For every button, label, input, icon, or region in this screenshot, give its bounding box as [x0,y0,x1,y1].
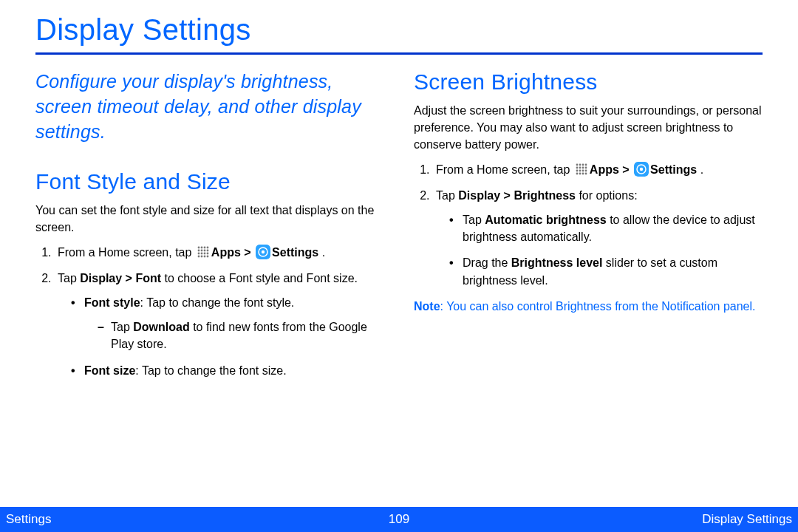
page-title: Display Settings [35,13,763,52]
text-bold: Font size [84,364,135,377]
svg-point-15 [206,255,208,257]
svg-point-3 [206,246,208,248]
font-bullets: Font style: Tap to change the font style… [58,294,384,379]
text: . [697,163,703,176]
text-bold: Display > Font [80,272,161,284]
font-bullet-style: Font style: Tap to change the font style… [71,294,384,353]
svg-point-21 [582,163,584,166]
svg-point-23 [576,166,578,168]
svg-point-0 [197,246,200,248]
svg-point-24 [579,166,581,168]
settings-label: Settings [650,163,697,176]
font-heading: Font Style and Size [35,169,384,194]
font-lead: You can set the font style and size for … [35,202,384,236]
text: Drag the [463,256,511,269]
brightness-bullets: Tap Automatic brightness to allow the de… [436,211,763,289]
text: From a Home screen, tap [436,163,573,176]
font-bullet-size: Font size: Tap to change the font size. [71,362,384,379]
svg-point-2 [203,246,205,248]
svg-point-1 [200,246,202,248]
footer-right: Display Settings [530,512,792,527]
svg-point-33 [582,172,584,174]
svg-point-34 [584,172,587,174]
font-step-2: Tap Display > Font to choose a Font styl… [55,270,384,379]
svg-point-20 [579,163,581,166]
text: . [318,246,325,259]
svg-point-27 [576,169,578,171]
svg-point-28 [579,169,581,171]
footer-left: Settings [6,512,268,527]
svg-point-8 [197,252,200,254]
svg-point-22 [584,163,587,166]
svg-point-29 [582,169,584,171]
brightness-lead: Adjust the screen brightness to suit you… [414,102,763,154]
svg-point-14 [203,255,205,257]
font-sub-bullets: Tap Download to find new fonts from the … [84,318,384,352]
svg-point-31 [576,172,578,174]
text: From a Home screen, tap [58,246,195,259]
right-column: Screen Brightness Adjust the screen brig… [414,69,763,388]
settings-icon [256,245,270,259]
text: to choose a Font style and Font size. [161,272,358,284]
text: Tap [111,321,133,333]
svg-point-32 [579,172,581,174]
text: Tap [436,189,458,202]
font-subbullet-download: Tap Download to find new fonts from the … [98,318,384,352]
brightness-bullet-auto: Tap Automatic brightness to allow the de… [449,211,763,245]
svg-point-26 [584,166,587,168]
left-column: Configure your display's brightness, scr… [35,69,384,388]
apps-icon [575,163,588,176]
brightness-step-1: From a Home screen, tap Apps > Settings … [433,161,763,178]
brightness-heading: Screen Brightness [414,69,763,95]
svg-point-19 [576,163,578,166]
text: Tap [463,214,485,226]
text-bold: Brightness level [511,256,603,269]
font-steps: From a Home screen, tap Apps > Settings … [35,244,384,379]
brightness-step-2: Tap Display > Brightness for options: Ta… [433,187,763,289]
svg-point-18 [262,250,265,253]
svg-point-30 [584,169,587,171]
settings-icon [634,162,649,177]
svg-point-6 [203,249,205,251]
apps-icon [197,245,210,259]
svg-point-7 [206,249,208,251]
text: : Tap to change the font size. [135,364,286,377]
footer-page-number: 109 [268,512,531,527]
text: for options: [576,189,638,202]
title-rule [35,52,763,55]
apps-label: Apps > [590,163,632,176]
intro-text: Configure your display's brightness, scr… [35,69,384,144]
settings-label: Settings [272,246,318,259]
brightness-note: Note: You can also control Brightness fr… [414,298,763,315]
svg-point-11 [206,252,208,254]
svg-point-5 [200,249,202,251]
text-bold: Font style [84,296,140,309]
brightness-steps: From a Home screen, tap Apps > Settings … [414,161,763,289]
brightness-bullet-slider: Drag the Brightness level slider to set … [449,254,763,288]
text: Tap [58,272,80,284]
svg-point-12 [197,255,200,257]
svg-point-25 [582,166,584,168]
columns: Configure your display's brightness, scr… [35,69,763,388]
svg-point-10 [203,252,205,254]
svg-point-9 [200,252,202,254]
manual-page: Display Settings Configure your display'… [0,0,798,532]
page-footer: Settings 109 Display Settings [0,507,798,532]
text-bold: Display > Brightness [458,189,576,202]
note-label: Note [414,300,440,313]
svg-point-4 [197,249,200,251]
note-text: : You can also control Brightness from t… [440,300,756,313]
text-bold: Download [133,321,189,333]
svg-point-37 [640,167,643,170]
font-step-1: From a Home screen, tap Apps > Settings … [55,244,384,261]
text: : Tap to change the font style. [140,296,295,309]
text-bold: Automatic brightness [485,214,606,226]
svg-point-13 [200,255,202,257]
apps-label: Apps > [211,246,254,259]
